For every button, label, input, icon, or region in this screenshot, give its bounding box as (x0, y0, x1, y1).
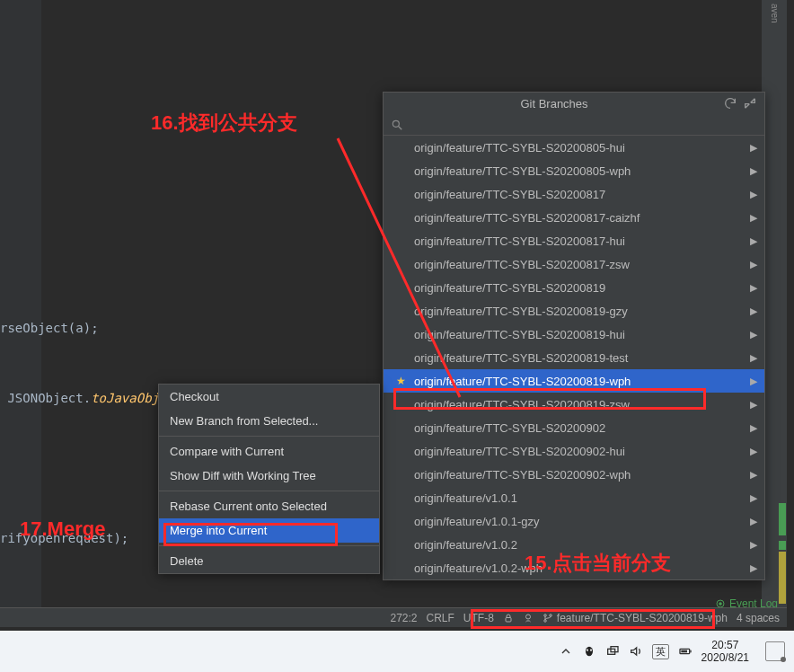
svg-rect-16 (681, 650, 687, 653)
refresh-icon[interactable] (723, 96, 737, 111)
context-menu-item[interactable]: Rebase Current onto Selected (159, 494, 379, 518)
tray-chevron-icon[interactable] (559, 644, 573, 659)
tray-battery-icon[interactable] (678, 644, 693, 659)
context-menu-item[interactable]: Merge into Current (159, 518, 379, 543)
svg-line-1 (399, 126, 402, 129)
tray-network-icon[interactable] (605, 644, 620, 659)
submenu-arrow-icon: ▶ (750, 329, 757, 340)
branch-list[interactable]: origin/feature/TTC-SYBL-S20200805-hui▶or… (384, 136, 764, 579)
branch-item[interactable]: origin/feature/TTC-SYBL-S20200819-hui▶ (384, 323, 764, 346)
branch-item[interactable]: origin/feature/TTC-SYBL-S20200819-zsw▶ (384, 393, 764, 416)
scrollbar-marker (779, 503, 786, 535)
submenu-arrow-icon: ▶ (750, 352, 757, 364)
submenu-arrow-icon: ▶ (750, 492, 757, 504)
menu-separator (159, 491, 379, 491)
branch-item-label: origin/feature/TTC-SYBL-S20200819-test (414, 351, 628, 365)
branch-item[interactable]: origin/feature/TTC-SYBL-S20200817▶ (384, 182, 764, 206)
popup-title: Git Branches (391, 97, 718, 111)
branch-item-label: origin/feature/TTC-SYBL-S20200805-hui (414, 141, 625, 155)
branch-item[interactable]: origin/feature/TTC-SYBL-S20200817-caizhf… (384, 206, 764, 229)
collapse-icon[interactable] (743, 96, 757, 111)
status-line-sep[interactable]: CRLF (427, 612, 454, 624)
branch-item[interactable]: origin/feature/v1.0.1▶ (384, 486, 764, 509)
lock-icon[interactable] (503, 613, 514, 623)
svg-point-7 (544, 619, 547, 622)
git-branches-popup: Git Branches origin/feature/TTC-SYBL-S20… (383, 92, 765, 580)
status-git-branch[interactable]: feature/TTC-SYBL-S20200819-wph (543, 612, 728, 624)
menu-separator (159, 436, 379, 437)
inspector-icon[interactable] (523, 613, 534, 623)
branch-item[interactable]: origin/feature/TTC-SYBL-S20200902▶ (384, 416, 764, 439)
clock-time: 20:57 (701, 639, 749, 651)
submenu-arrow-icon: ▶ (750, 422, 757, 434)
branch-item[interactable]: origin/feature/TTC-SYBL-S20200819▶ (384, 276, 764, 299)
branch-item-label: origin/feature/TTC-SYBL-S20200819-wph (414, 375, 631, 388)
branch-item[interactable]: origin/feature/v1.0.2▶ (384, 533, 764, 556)
git-branch-icon (543, 613, 553, 623)
branch-item[interactable]: origin/feature/v1.0.1-gzy▶ (384, 509, 764, 533)
tray-volume-icon[interactable] (629, 644, 643, 659)
branch-item-label: origin/feature/TTC-SYBL-S20200819-hui (414, 328, 625, 341)
search-icon (391, 119, 403, 131)
branch-item[interactable]: origin/feature/TTC-SYBL-S20200819-gzy▶ (384, 299, 764, 323)
status-encoding[interactable]: UTF-8 (463, 612, 494, 624)
branch-item[interactable]: origin/feature/TTC-SYBL-S20200817-zsw▶ (384, 252, 764, 276)
branch-item-label: origin/feature/TTC-SYBL-S20200819-zsw (414, 398, 630, 411)
branch-item[interactable]: ★origin/feature/TTC-SYBL-S20200819-wph▶ (384, 369, 764, 393)
status-branch-label: feature/TTC-SYBL-S20200819-wph (557, 612, 728, 624)
submenu-arrow-icon: ▶ (750, 305, 757, 317)
branch-item-label: origin/feature/TTC-SYBL-S20200902-hui (414, 445, 625, 458)
notifications-icon[interactable] (765, 641, 785, 661)
submenu-arrow-icon: ▶ (750, 212, 757, 224)
context-menu-item[interactable]: Show Diff with Working Tree (159, 464, 379, 488)
branch-search-row (384, 114, 764, 136)
branch-item-label: origin/feature/v1.0.1 (414, 491, 517, 505)
branch-search-input[interactable] (409, 118, 757, 131)
tray-qq-icon[interactable] (582, 644, 596, 659)
branch-item[interactable]: origin/feature/TTC-SYBL-S20200819-test▶ (384, 346, 764, 369)
clock-date: 2020/8/21 (701, 651, 749, 664)
branch-item-label: origin/feature/v1.0.2-wph (414, 561, 543, 575)
ide-status-bar: 272:2 CRLF UTF-8 feature/TTC-SYBL-S20200… (0, 607, 787, 627)
context-menu-item[interactable]: Compare with Current (159, 439, 379, 464)
svg-point-5 (525, 615, 530, 619)
scrollbar-marker (779, 541, 786, 550)
tray-ime-label[interactable]: 英 (652, 644, 669, 659)
svg-point-0 (393, 120, 399, 127)
branch-item-label: origin/feature/TTC-SYBL-S20200819-gzy (414, 305, 628, 318)
right-sidebar-label[interactable]: aven (770, 4, 780, 23)
context-menu-item[interactable]: Delete (159, 549, 379, 573)
tray-clock[interactable]: 20:57 2020/8/21 (701, 639, 749, 665)
submenu-arrow-icon: ▶ (750, 376, 757, 387)
branch-item-label: origin/feature/TTC-SYBL-S20200817 (414, 188, 605, 201)
svg-point-10 (587, 649, 588, 651)
branch-item-label: origin/feature/TTC-SYBL-S20200817-caizhf (414, 211, 640, 225)
submenu-arrow-icon: ▶ (750, 446, 757, 457)
context-menu-item[interactable]: Checkout (159, 385, 379, 409)
submenu-arrow-icon: ▶ (750, 142, 757, 154)
svg-rect-15 (690, 650, 691, 653)
svg-point-9 (586, 647, 593, 657)
status-indent[interactable]: 4 spaces (737, 612, 780, 624)
branch-item[interactable]: origin/feature/TTC-SYBL-S20200902-hui▶ (384, 439, 764, 463)
submenu-arrow-icon: ▶ (750, 282, 757, 294)
svg-point-8 (550, 614, 552, 616)
branch-item[interactable]: origin/feature/TTC-SYBL-S20200805-hui▶ (384, 136, 764, 159)
submenu-arrow-icon: ▶ (750, 189, 757, 200)
submenu-arrow-icon: ▶ (750, 562, 757, 574)
favorite-star-icon: ★ (396, 375, 406, 387)
branch-item[interactable]: origin/feature/v1.0.2-wph▶ (384, 556, 764, 579)
branch-item-label: origin/feature/v1.0.2 (414, 538, 517, 552)
submenu-arrow-icon: ▶ (750, 235, 757, 247)
branch-item-label: origin/feature/TTC-SYBL-S20200902-wph (414, 468, 631, 482)
branch-item[interactable]: origin/feature/TTC-SYBL-S20200902-wph▶ (384, 463, 764, 486)
context-menu-item[interactable]: New Branch from Selected... (159, 409, 379, 433)
svg-point-11 (590, 649, 592, 651)
scrollbar-marker (779, 552, 786, 604)
status-caret-pos[interactable]: 272:2 (390, 612, 417, 624)
branch-item[interactable]: origin/feature/TTC-SYBL-S20200805-wph▶ (384, 159, 764, 182)
submenu-arrow-icon: ▶ (750, 399, 757, 411)
popup-header: Git Branches (384, 93, 764, 114)
branch-item[interactable]: origin/feature/TTC-SYBL-S20200817-hui▶ (384, 229, 764, 252)
svg-point-6 (544, 614, 547, 616)
